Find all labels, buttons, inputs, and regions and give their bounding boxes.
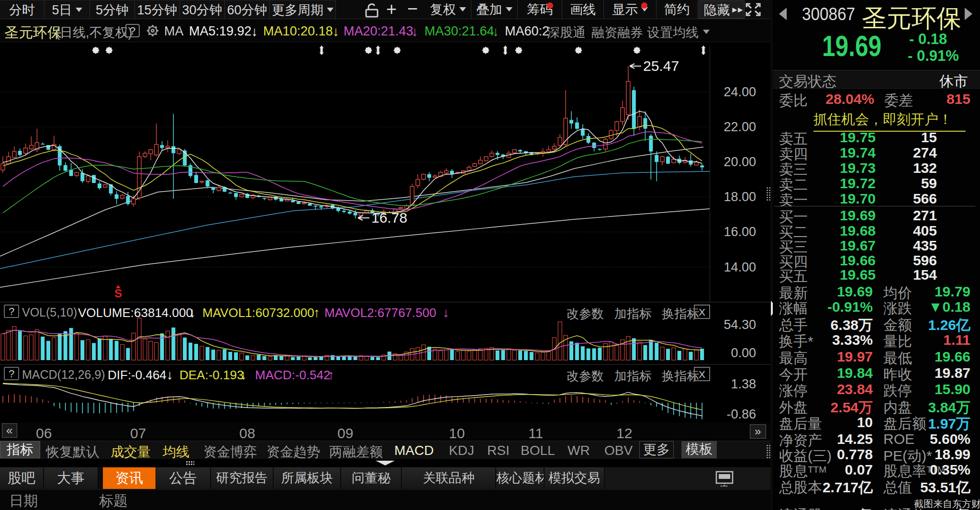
svg-text:25.47: 25.47 (643, 58, 679, 74)
svg-text:24.00: 24.00 (724, 85, 756, 99)
svg-text:16.78: 16.78 (371, 210, 407, 226)
svg-text:14.00: 14.00 (724, 260, 756, 274)
svg-text:22.00: 22.00 (724, 120, 756, 134)
svg-text:20.00: 20.00 (724, 155, 756, 169)
svg-text:1.38: 1.38 (731, 377, 756, 391)
svg-text:S: S (114, 287, 122, 300)
svg-text:18.00: 18.00 (724, 190, 756, 204)
svg-text:54.30: 54.30 (724, 317, 756, 332)
svg-text:-0.86: -0.86 (726, 407, 756, 421)
svg-text:16.00: 16.00 (724, 225, 756, 239)
svg-text:0.00: 0.00 (731, 346, 756, 360)
